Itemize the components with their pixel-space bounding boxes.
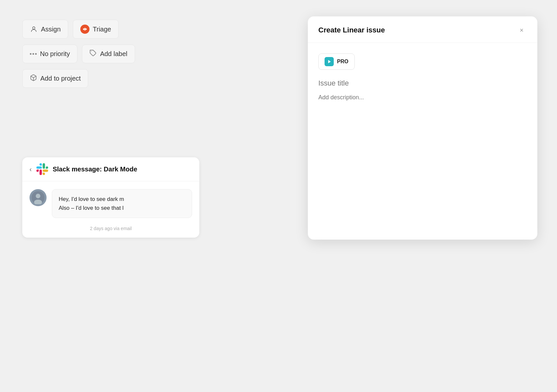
button-row-2: No priority Add label <box>22 45 199 63</box>
person-icon <box>30 25 38 33</box>
description-field[interactable] <box>318 94 527 101</box>
svg-point-4 <box>36 194 40 198</box>
slack-header: ‹ Slack message: Dark Mode <box>22 157 199 181</box>
svg-marker-6 <box>328 60 331 63</box>
slack-message-area: Hey, I'd love to see dark m Also – I'd l… <box>22 181 199 226</box>
triage-button[interactable]: Triage <box>73 20 119 39</box>
close-icon: × <box>520 27 524 34</box>
issue-title-field[interactable] <box>318 79 527 94</box>
avatar <box>30 189 47 206</box>
add-label-button[interactable]: Add label <box>82 45 135 63</box>
message-bubble: Hey, I'd love to see dark m Also – I'd l… <box>52 189 192 218</box>
assign-label: Assign <box>41 26 61 33</box>
cube-icon <box>30 74 37 83</box>
slack-card: ‹ Slack message: Dark Mode Hey, I'd l <box>22 157 199 238</box>
triage-label: Triage <box>93 26 111 33</box>
left-panel: Assign Triage No priority <box>22 20 199 88</box>
modal-body: PRO <box>308 43 537 240</box>
label-icon <box>90 49 97 58</box>
pro-label: PRO <box>337 59 348 65</box>
add-project-label: Add to project <box>40 75 81 82</box>
slack-message-title: Slack message: Dark Mode <box>53 166 137 173</box>
slack-logo-icon <box>36 163 48 175</box>
description-input[interactable] <box>318 94 527 101</box>
create-issue-modal: Create Linear issue × PRO <box>308 16 537 240</box>
add-project-button[interactable]: Add to project <box>22 69 88 88</box>
no-priority-button[interactable]: No priority <box>22 45 77 63</box>
team-badge[interactable]: PRO <box>318 53 355 70</box>
message-line-2: Also – I'd love to see that l <box>59 204 185 212</box>
message-timestamp: 2 days ago via email <box>22 226 199 238</box>
button-row-3: Add to project <box>22 69 199 88</box>
no-priority-label: No priority <box>40 50 70 58</box>
close-button[interactable]: × <box>516 25 527 35</box>
back-arrow-button[interactable]: ‹ <box>30 166 32 173</box>
dots-icon <box>30 53 37 55</box>
add-label-label: Add label <box>100 50 127 58</box>
triage-icon <box>80 25 90 34</box>
svg-point-0 <box>32 27 35 29</box>
pro-icon <box>325 57 334 66</box>
modal-title: Create Linear issue <box>318 26 385 34</box>
message-line-1: Hey, I'd love to see dark m <box>59 195 185 204</box>
assign-button[interactable]: Assign <box>22 20 68 39</box>
button-row-1: Assign Triage <box>22 20 199 39</box>
issue-title-input[interactable] <box>318 79 527 88</box>
modal-header: Create Linear issue × <box>308 16 537 43</box>
